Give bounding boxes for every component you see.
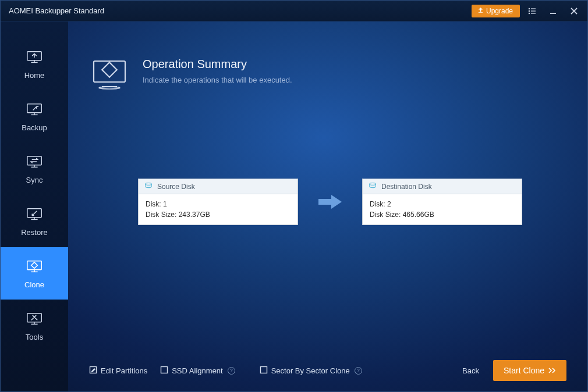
source-disk-card[interactable]: Source Disk Disk: 1 Disk Size: 243.37GB xyxy=(138,179,298,225)
sidebar-item-label: Clone xyxy=(24,280,44,289)
source-disk-header: Source Disk xyxy=(139,179,297,194)
arrow-icon xyxy=(310,194,350,210)
destination-disk-size: Disk Size: 465.66GB xyxy=(370,209,515,220)
backup-icon xyxy=(25,101,44,117)
disk-icon xyxy=(369,181,377,191)
sidebar-item-label: Home xyxy=(24,71,45,80)
svg-point-33 xyxy=(370,183,376,185)
svg-rect-29 xyxy=(102,62,116,77)
page-subtitle: Indicate the operations that will be exe… xyxy=(143,76,292,84)
disk-icon xyxy=(144,181,153,191)
svg-rect-28 xyxy=(94,61,125,82)
sidebar-item-label: Sync xyxy=(26,176,43,184)
destination-disk-number: Disk: 2 xyxy=(370,199,515,209)
sidebar-item-sync[interactable]: Sync xyxy=(1,142,68,195)
page-title: Operation Summary xyxy=(143,58,292,71)
source-disk-title: Source Disk xyxy=(157,183,195,191)
svg-point-32 xyxy=(146,183,152,185)
clone-icon xyxy=(25,258,44,275)
home-icon xyxy=(25,49,44,65)
svg-rect-36 xyxy=(260,366,267,373)
svg-point-2 xyxy=(529,10,529,11)
sync-icon xyxy=(25,154,44,170)
menu-button[interactable] xyxy=(523,2,541,20)
sidebar-item-label: Tools xyxy=(26,333,43,341)
edit-partitions-label: Edit Partitions xyxy=(101,366,147,375)
footer-bar: Edit Partitions SSD Alignment ? Sector B… xyxy=(89,360,566,381)
clone-summary-row: Source Disk Disk: 1 Disk Size: 243.37GB xyxy=(138,179,566,225)
start-clone-label: Start Clone xyxy=(504,366,544,375)
source-disk-number: Disk: 1 xyxy=(146,199,291,209)
close-button[interactable] xyxy=(565,2,583,20)
summary-icon xyxy=(89,58,130,92)
minimize-button[interactable] xyxy=(544,2,562,20)
svg-point-4 xyxy=(529,13,529,13)
sidebar-item-home[interactable]: Home xyxy=(1,38,68,90)
sidebar-item-backup[interactable]: Backup xyxy=(1,90,68,142)
app-title: AOMEI Backupper Standard xyxy=(9,6,104,15)
sidebar: Home Backup Sync Restore xyxy=(1,22,68,391)
titlebar: AOMEI Backupper Standard Upgrade xyxy=(1,1,587,22)
help-icon[interactable]: ? xyxy=(228,367,235,375)
upgrade-icon xyxy=(477,7,484,15)
ssd-alignment-checkbox[interactable]: SSD Alignment ? xyxy=(160,366,235,376)
tools-icon xyxy=(25,311,44,327)
start-clone-button[interactable]: Start Clone xyxy=(493,360,566,381)
upgrade-label: Upgrade xyxy=(486,7,513,15)
sector-by-sector-label: Sector By Sector Clone xyxy=(271,366,350,375)
page-header: Operation Summary Indicate the operation… xyxy=(89,58,566,92)
sidebar-item-tools[interactable]: Tools xyxy=(1,300,68,352)
upgrade-button[interactable]: Upgrade xyxy=(472,5,520,17)
svg-rect-22 xyxy=(31,262,38,268)
help-icon[interactable]: ? xyxy=(355,367,362,375)
main-panel: Operation Summary Indicate the operation… xyxy=(68,22,587,391)
app-window: AOMEI Backupper Standard Upgrade Home xyxy=(0,0,588,392)
checkbox-icon xyxy=(260,366,268,376)
back-button[interactable]: Back xyxy=(462,366,479,375)
destination-disk-header: Destination Disk xyxy=(363,179,522,194)
ssd-alignment-label: SSD Alignment xyxy=(172,366,222,375)
edit-partitions-button[interactable]: Edit Partitions xyxy=(89,366,147,376)
checkbox-icon xyxy=(160,366,168,376)
svg-point-31 xyxy=(99,87,120,89)
source-disk-size: Disk Size: 243.37GB xyxy=(146,209,291,220)
sidebar-item-clone[interactable]: Clone xyxy=(1,247,68,300)
destination-disk-title: Destination Disk xyxy=(381,183,432,191)
svg-rect-15 xyxy=(27,156,41,165)
svg-point-0 xyxy=(529,8,529,9)
sidebar-item-label: Restore xyxy=(21,228,48,237)
svg-rect-35 xyxy=(161,366,168,373)
sidebar-item-label: Backup xyxy=(22,123,47,132)
destination-disk-card[interactable]: Destination Disk Disk: 2 Disk Size: 465.… xyxy=(362,179,522,225)
edit-icon xyxy=(89,366,97,376)
chevron-right-icon xyxy=(548,366,556,375)
sidebar-item-restore[interactable]: Restore xyxy=(1,195,68,247)
restore-icon xyxy=(25,206,44,222)
sector-by-sector-checkbox[interactable]: Sector By Sector Clone ? xyxy=(260,366,362,376)
